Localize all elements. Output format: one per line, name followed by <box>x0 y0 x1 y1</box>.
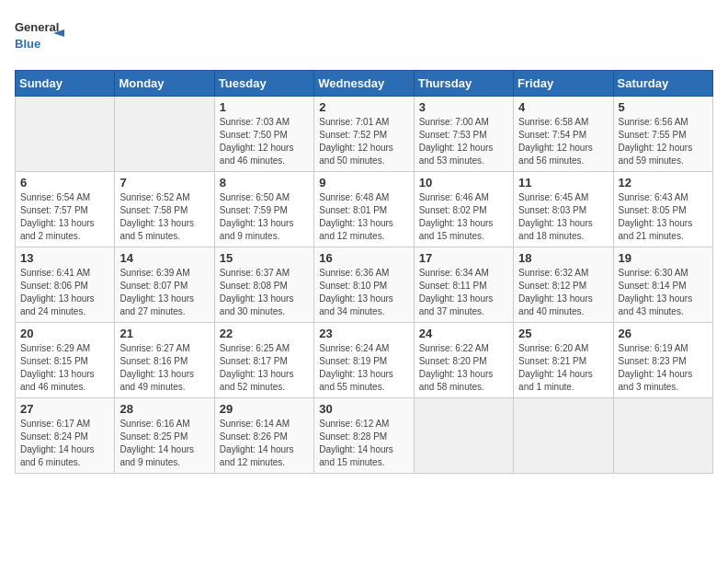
calendar-cell: 16Sunrise: 6:36 AM Sunset: 8:10 PM Dayli… <box>314 247 414 323</box>
calendar-cell <box>514 398 613 474</box>
calendar-cell: 3Sunrise: 7:00 AM Sunset: 7:53 PM Daylig… <box>414 97 513 172</box>
day-info: Sunrise: 6:46 AM Sunset: 8:02 PM Dayligh… <box>419 191 508 243</box>
calendar-cell: 2Sunrise: 7:01 AM Sunset: 7:52 PM Daylig… <box>314 97 414 172</box>
day-info: Sunrise: 6:36 AM Sunset: 8:10 PM Dayligh… <box>319 267 408 318</box>
page-header: General Blue <box>15 15 713 59</box>
day-info: Sunrise: 6:52 AM Sunset: 7:58 PM Dayligh… <box>119 191 209 243</box>
calendar-cell: 10Sunrise: 6:46 AM Sunset: 8:02 PM Dayli… <box>414 172 513 247</box>
calendar-cell: 5Sunrise: 6:56 AM Sunset: 7:55 PM Daylig… <box>613 97 712 172</box>
day-number: 15 <box>220 251 309 265</box>
calendar-cell: 9Sunrise: 6:48 AM Sunset: 8:01 PM Daylig… <box>314 172 414 247</box>
day-number: 8 <box>220 176 309 190</box>
day-info: Sunrise: 6:41 AM Sunset: 8:06 PM Dayligh… <box>20 267 109 318</box>
day-number: 27 <box>20 402 109 416</box>
day-number: 6 <box>20 176 109 190</box>
day-number: 10 <box>419 176 508 190</box>
calendar-cell: 26Sunrise: 6:19 AM Sunset: 8:23 PM Dayli… <box>613 323 712 398</box>
day-number: 13 <box>20 251 109 265</box>
calendar-cell: 1Sunrise: 7:03 AM Sunset: 7:50 PM Daylig… <box>214 97 313 172</box>
calendar-cell: 27Sunrise: 6:17 AM Sunset: 8:24 PM Dayli… <box>16 398 115 474</box>
day-info: Sunrise: 6:19 AM Sunset: 8:23 PM Dayligh… <box>619 342 708 394</box>
weekday-header-cell: Saturday <box>613 71 712 97</box>
weekday-header-row: SundayMondayTuesdayWednesdayThursdayFrid… <box>16 71 713 97</box>
calendar-cell: 29Sunrise: 6:14 AM Sunset: 8:26 PM Dayli… <box>214 398 313 474</box>
calendar-cell: 21Sunrise: 6:27 AM Sunset: 8:16 PM Dayli… <box>115 323 214 398</box>
day-number: 19 <box>619 251 708 265</box>
weekday-header-cell: Monday <box>115 71 214 97</box>
day-number: 24 <box>419 327 508 340</box>
day-number: 14 <box>119 251 209 265</box>
day-info: Sunrise: 6:32 AM Sunset: 8:12 PM Dayligh… <box>518 267 608 318</box>
day-info: Sunrise: 6:22 AM Sunset: 8:20 PM Dayligh… <box>419 342 508 394</box>
calendar-cell: 23Sunrise: 6:24 AM Sunset: 8:19 PM Dayli… <box>314 323 414 398</box>
day-number: 29 <box>220 402 309 416</box>
day-info: Sunrise: 6:27 AM Sunset: 8:16 PM Dayligh… <box>119 342 209 394</box>
weekday-header-cell: Thursday <box>414 71 513 97</box>
calendar-cell <box>414 398 513 474</box>
calendar-week-row: 13Sunrise: 6:41 AM Sunset: 8:06 PM Dayli… <box>16 247 713 323</box>
day-info: Sunrise: 6:45 AM Sunset: 8:03 PM Dayligh… <box>518 191 608 243</box>
day-number: 9 <box>319 176 408 190</box>
day-info: Sunrise: 6:24 AM Sunset: 8:19 PM Dayligh… <box>319 342 408 394</box>
calendar-cell: 18Sunrise: 6:32 AM Sunset: 8:12 PM Dayli… <box>514 247 613 323</box>
day-info: Sunrise: 6:25 AM Sunset: 8:17 PM Dayligh… <box>220 342 309 394</box>
calendar-cell: 11Sunrise: 6:45 AM Sunset: 8:03 PM Dayli… <box>514 172 613 247</box>
calendar-cell: 17Sunrise: 6:34 AM Sunset: 8:11 PM Dayli… <box>414 247 513 323</box>
day-info: Sunrise: 6:30 AM Sunset: 8:14 PM Dayligh… <box>619 267 708 318</box>
day-number: 18 <box>518 251 608 265</box>
day-info: Sunrise: 6:17 AM Sunset: 8:24 PM Dayligh… <box>20 418 109 469</box>
day-info: Sunrise: 6:50 AM Sunset: 7:59 PM Dayligh… <box>220 191 309 243</box>
day-number: 22 <box>220 327 309 340</box>
day-info: Sunrise: 6:43 AM Sunset: 8:05 PM Dayligh… <box>619 191 708 243</box>
weekday-header-cell: Tuesday <box>214 71 313 97</box>
calendar-week-row: 20Sunrise: 6:29 AM Sunset: 8:15 PM Dayli… <box>16 323 713 398</box>
day-number: 3 <box>419 100 508 114</box>
calendar-cell: 19Sunrise: 6:30 AM Sunset: 8:14 PM Dayli… <box>613 247 712 323</box>
day-number: 2 <box>319 100 408 114</box>
day-number: 16 <box>319 251 408 265</box>
calendar-cell: 25Sunrise: 6:20 AM Sunset: 8:21 PM Dayli… <box>514 323 613 398</box>
day-number: 21 <box>119 327 209 340</box>
day-number: 25 <box>518 327 608 340</box>
calendar-cell <box>16 97 115 172</box>
day-info: Sunrise: 7:01 AM Sunset: 7:52 PM Dayligh… <box>319 116 408 167</box>
calendar-cell: 4Sunrise: 6:58 AM Sunset: 7:54 PM Daylig… <box>514 97 613 172</box>
weekday-header-cell: Friday <box>514 71 613 97</box>
day-info: Sunrise: 7:03 AM Sunset: 7:50 PM Dayligh… <box>220 116 309 167</box>
day-number: 11 <box>518 176 608 190</box>
weekday-header-cell: Wednesday <box>314 71 414 97</box>
day-info: Sunrise: 7:00 AM Sunset: 7:53 PM Dayligh… <box>419 116 508 167</box>
calendar-week-row: 6Sunrise: 6:54 AM Sunset: 7:57 PM Daylig… <box>16 172 713 247</box>
calendar-cell: 6Sunrise: 6:54 AM Sunset: 7:57 PM Daylig… <box>16 172 115 247</box>
day-info: Sunrise: 6:20 AM Sunset: 8:21 PM Dayligh… <box>518 342 608 394</box>
day-number: 7 <box>119 176 209 190</box>
weekday-header-cell: Sunday <box>16 71 115 97</box>
calendar-cell: 22Sunrise: 6:25 AM Sunset: 8:17 PM Dayli… <box>214 323 313 398</box>
calendar-cell: 12Sunrise: 6:43 AM Sunset: 8:05 PM Dayli… <box>613 172 712 247</box>
day-number: 23 <box>319 327 408 340</box>
calendar-cell: 28Sunrise: 6:16 AM Sunset: 8:25 PM Dayli… <box>115 398 214 474</box>
day-number: 1 <box>220 100 309 114</box>
svg-text:General: General <box>15 20 59 34</box>
calendar-cell: 20Sunrise: 6:29 AM Sunset: 8:15 PM Dayli… <box>16 323 115 398</box>
calendar-week-row: 27Sunrise: 6:17 AM Sunset: 8:24 PM Dayli… <box>16 398 713 474</box>
calendar-week-row: 1Sunrise: 7:03 AM Sunset: 7:50 PM Daylig… <box>16 97 713 172</box>
day-info: Sunrise: 6:12 AM Sunset: 8:28 PM Dayligh… <box>319 418 408 469</box>
day-number: 12 <box>619 176 708 190</box>
calendar-cell <box>613 398 712 474</box>
calendar-cell: 13Sunrise: 6:41 AM Sunset: 8:06 PM Dayli… <box>16 247 115 323</box>
calendar-table: SundayMondayTuesdayWednesdayThursdayFrid… <box>15 70 713 474</box>
day-info: Sunrise: 6:14 AM Sunset: 8:26 PM Dayligh… <box>220 418 309 469</box>
calendar-cell: 24Sunrise: 6:22 AM Sunset: 8:20 PM Dayli… <box>414 323 513 398</box>
day-number: 20 <box>20 327 109 340</box>
calendar-cell <box>115 97 214 172</box>
day-info: Sunrise: 6:39 AM Sunset: 8:07 PM Dayligh… <box>119 267 209 318</box>
day-number: 17 <box>419 251 508 265</box>
calendar-cell: 7Sunrise: 6:52 AM Sunset: 7:58 PM Daylig… <box>115 172 214 247</box>
day-info: Sunrise: 6:56 AM Sunset: 7:55 PM Dayligh… <box>619 116 708 167</box>
calendar-cell: 15Sunrise: 6:37 AM Sunset: 8:08 PM Dayli… <box>214 247 313 323</box>
day-info: Sunrise: 6:29 AM Sunset: 8:15 PM Dayligh… <box>20 342 109 394</box>
logo: General Blue <box>15 15 70 59</box>
day-info: Sunrise: 6:37 AM Sunset: 8:08 PM Dayligh… <box>220 267 309 318</box>
day-info: Sunrise: 6:48 AM Sunset: 8:01 PM Dayligh… <box>319 191 408 243</box>
